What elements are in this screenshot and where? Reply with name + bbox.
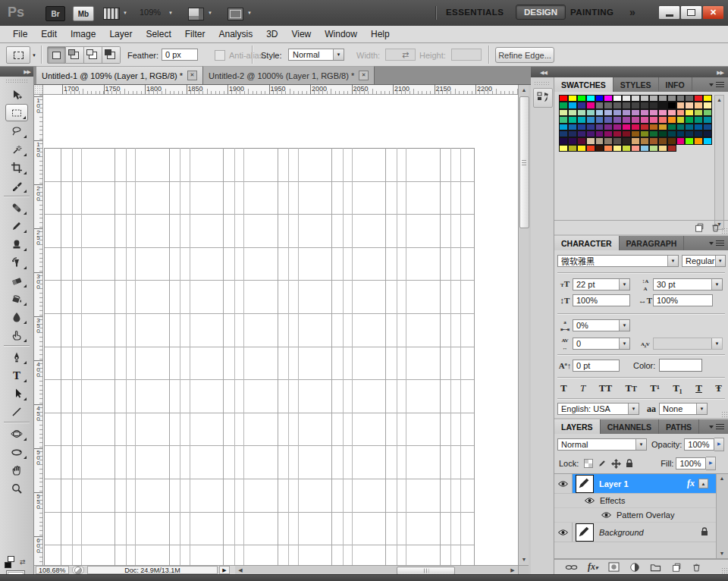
text-antialias-caret-icon[interactable]: ▼ <box>696 404 707 414</box>
color-swatch-92[interactable] <box>622 130 631 137</box>
brush-tool[interactable] <box>5 217 28 234</box>
new-layer-icon[interactable] <box>671 562 682 573</box>
color-swatch-69[interactable] <box>568 124 577 130</box>
tools-panel-collapse-icon[interactable]: ▶▶ <box>0 67 33 77</box>
color-swatch-86[interactable] <box>568 130 577 137</box>
add-to-selection-button[interactable] <box>66 46 84 64</box>
character-tab-paragraph[interactable]: PARAGRAPH <box>620 236 685 250</box>
font-family-caret-icon[interactable]: ▼ <box>667 256 678 266</box>
color-swatch-126[interactable] <box>622 145 631 152</box>
color-swatch-120[interactable] <box>568 145 577 152</box>
color-swatch-19[interactable] <box>577 102 586 108</box>
color-swatch-65[interactable] <box>685 116 694 123</box>
color-swatch-42[interactable] <box>631 109 640 116</box>
color-swatch-47[interactable] <box>676 109 686 116</box>
color-swatch-48[interactable] <box>685 109 694 116</box>
color-swatch-31[interactable] <box>685 102 694 108</box>
eraser-tool[interactable] <box>5 272 28 289</box>
color-swatch-76[interactable] <box>631 124 640 130</box>
color-swatch-113[interactable] <box>658 137 667 144</box>
color-swatch-9[interactable] <box>640 95 649 102</box>
color-swatch-90[interactable] <box>604 130 613 137</box>
3d-orbit-tool[interactable] <box>5 443 28 460</box>
color-swatch-29[interactable] <box>667 102 676 108</box>
language-select[interactable]: English: USA▼ <box>557 403 639 415</box>
dock-expand-icon[interactable]: ▶▶ <box>717 70 723 76</box>
close-button[interactable]: ✕ <box>702 5 724 20</box>
layer-row-pattern-overlay[interactable]: Pattern Overlay <box>554 508 728 523</box>
color-swatch-102[interactable] <box>559 137 568 144</box>
color-swatch-66[interactable] <box>694 116 703 123</box>
color-swatch-18[interactable] <box>568 102 577 108</box>
spot-healing-brush-tool[interactable] <box>5 199 28 216</box>
color-swatch-103[interactable] <box>568 137 577 144</box>
color-swatch-0[interactable] <box>559 95 568 102</box>
delete-swatch-icon[interactable] <box>711 222 720 233</box>
color-swatch-121[interactable] <box>577 145 586 152</box>
delete-layer-icon[interactable] <box>692 562 701 573</box>
color-swatch-61[interactable] <box>649 116 658 123</box>
color-swatch-11[interactable] <box>658 95 667 102</box>
fill-spinner-icon[interactable]: ▶ <box>706 457 716 470</box>
layers-scroll-up-icon[interactable]: ▲ <box>717 474 727 483</box>
color-swatch-116[interactable] <box>685 137 694 144</box>
color-swatch-20[interactable] <box>586 102 595 108</box>
horizontal-scrollbar[interactable]: ◀ ▶ <box>235 565 518 574</box>
ruler-corner[interactable] <box>34 85 43 95</box>
panel-menu-icon[interactable] <box>709 81 724 88</box>
color-swatch-128[interactable] <box>640 145 649 152</box>
paint-bucket-tool[interactable] <box>5 290 28 307</box>
height-input[interactable] <box>451 49 482 61</box>
tab-close-icon[interactable]: ✕ <box>359 71 369 80</box>
color-swatch-89[interactable] <box>595 130 604 137</box>
blend-mode-caret-icon[interactable]: ▼ <box>635 439 646 450</box>
color-swatch-50[interactable] <box>703 109 712 116</box>
color-swatch-10[interactable] <box>649 95 658 102</box>
workspace-essentials[interactable]: ESSENTIALS <box>446 8 504 17</box>
color-swatch-82[interactable] <box>685 124 694 130</box>
swap-dimensions-icon[interactable]: ⇄ <box>402 50 409 60</box>
layers-tab-channels[interactable]: CHANNELS <box>601 419 659 434</box>
layer-row-background[interactable]: Background <box>554 523 728 542</box>
color-swatch-41[interactable] <box>622 109 631 116</box>
vertical-scroll-thumb[interactable] <box>519 96 529 228</box>
layer-row-effects[interactable]: Effects <box>554 494 728 508</box>
color-swatch-43[interactable] <box>640 109 649 116</box>
minimize-button[interactable] <box>658 5 680 20</box>
color-swatch-51[interactable] <box>559 116 568 123</box>
kerning-caret-icon[interactable]: ▼ <box>711 338 722 349</box>
subtract-from-selection-button[interactable] <box>84 46 102 64</box>
history-panel-icon[interactable] <box>533 88 553 108</box>
layers-tab-layers[interactable]: LAYERS <box>554 419 601 434</box>
rectangular-marquee-tool[interactable] <box>5 104 28 121</box>
color-swatch-87[interactable] <box>577 130 586 137</box>
color-swatch-94[interactable] <box>640 130 649 137</box>
style-select-caret-icon[interactable]: ▼ <box>333 49 344 60</box>
zoom-percentage-field[interactable]: 108.68% <box>36 566 69 574</box>
fx-collapse-icon[interactable]: ▲ <box>698 479 708 488</box>
kerning-select[interactable]: ▼ <box>653 338 723 350</box>
color-swatch-26[interactable] <box>640 102 649 108</box>
color-swatch-13[interactable] <box>676 95 686 102</box>
workspace-overflow-chevron-icon[interactable]: » <box>629 6 635 18</box>
zoom-level-caret-icon[interactable]: ▼ <box>168 11 173 15</box>
lock-all-icon[interactable] <box>624 458 635 469</box>
color-swatch-5[interactable] <box>604 95 613 102</box>
menu-image[interactable]: Image <box>64 27 102 42</box>
color-swatch-129[interactable] <box>649 145 658 152</box>
lock-pixels-icon[interactable] <box>597 458 607 469</box>
adjustment-layer-icon[interactable] <box>629 562 640 573</box>
default-colors-icon[interactable] <box>5 558 14 568</box>
color-swatch-3[interactable] <box>586 95 595 102</box>
color-swatch-88[interactable] <box>586 130 595 137</box>
color-swatch-2[interactable] <box>577 95 586 102</box>
menu-file[interactable]: File <box>6 27 34 42</box>
eyedropper-tool[interactable] <box>5 177 28 194</box>
color-swatch-58[interactable] <box>622 116 631 123</box>
color-swatch-91[interactable] <box>613 130 622 137</box>
color-swatch-93[interactable] <box>631 130 640 137</box>
color-swatch-85[interactable] <box>559 130 568 137</box>
font-style-caret-icon[interactable]: ▼ <box>715 256 725 266</box>
visibility-toggle[interactable] <box>554 523 573 542</box>
font-size-select[interactable]: 22 pt▼ <box>573 278 630 290</box>
